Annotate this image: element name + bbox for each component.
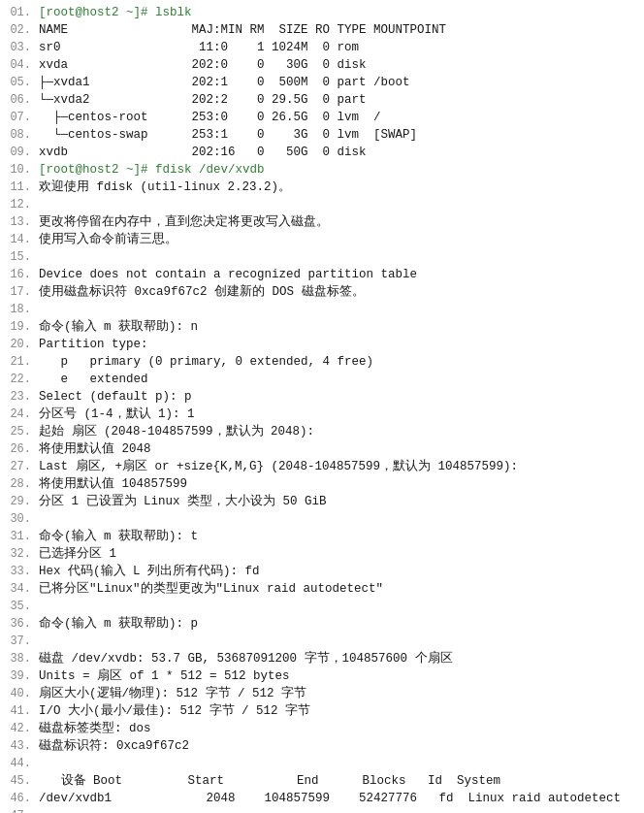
terminal-line: 15. (0, 248, 644, 266)
line-text: I/O 大小(最小/最佳): 512 字节 / 512 字节 (39, 702, 310, 720)
line-text: 使用写入命令前请三思。 (39, 231, 177, 248)
line-text: 分区号 (1-4，默认 1): 1 (39, 406, 195, 423)
line-number: 05. (8, 74, 39, 91)
line-number: 34. (8, 580, 39, 598)
terminal-line: 09.xvdb 202:16 0 50G 0 disk (0, 144, 644, 161)
line-number: 17. (8, 283, 39, 301)
line-text: 分区 1 已设置为 Linux 类型，大小设为 50 GiB (39, 493, 327, 510)
line-number: 10. (8, 161, 39, 179)
line-number: 33. (8, 563, 39, 580)
terminal-line: 18. (0, 301, 644, 318)
line-number: 44. (8, 755, 39, 772)
line-text: /dev/xvdb1 2048 104857599 52427776 fd Li… (39, 790, 621, 807)
line-text: 起始 扇区 (2048-104857599，默认为 2048): (39, 423, 314, 440)
line-text: [root@host2 ~]# fdisk /dev/xvdb (39, 161, 265, 179)
line-number: 12. (8, 196, 39, 213)
line-text: 扇区大小(逻辑/物理): 512 字节 / 512 字节 (39, 685, 306, 702)
line-number: 20. (8, 336, 39, 353)
terminal-line: 05.├─xvda1 202:1 0 500M 0 part /boot (0, 74, 644, 91)
line-number: 25. (8, 423, 39, 440)
terminal-line: 23.Select (default p): p (0, 388, 644, 406)
terminal-line: 43.磁盘标识符: 0xca9f67c2 (0, 737, 644, 755)
line-number: 16. (8, 266, 39, 283)
line-text: [root@host2 ~]# lsblk (39, 4, 192, 21)
line-text: 命令(输入 m 获取帮助): t (39, 528, 198, 545)
line-number: 15. (8, 248, 39, 266)
terminal-line: 41.I/O 大小(最小/最佳): 512 字节 / 512 字节 (0, 702, 644, 720)
line-number: 23. (8, 388, 39, 406)
line-number: 30. (8, 510, 39, 528)
terminal-line: 29.分区 1 已设置为 Linux 类型，大小设为 50 GiB (0, 493, 644, 510)
terminal-line: 01.[root@host2 ~]# lsblk (0, 4, 644, 21)
line-number: 14. (8, 231, 39, 248)
line-number: 21. (8, 353, 39, 371)
terminal-line: 21. p primary (0 primary, 0 extended, 4 … (0, 353, 644, 371)
line-text: 使用磁盘标识符 0xca9f67c2 创建新的 DOS 磁盘标签。 (39, 283, 365, 301)
terminal-line: 37. (0, 633, 644, 650)
line-text: 磁盘标签类型: dos (39, 720, 151, 737)
line-number: 35. (8, 598, 39, 615)
line-number: 18. (8, 301, 39, 318)
line-text: 已选择分区 1 (39, 545, 116, 563)
terminal-line: 24.分区号 (1-4，默认 1): 1 (0, 406, 644, 423)
terminal-line: 07. ├─centos-root 253:0 0 26.5G 0 lvm / (0, 109, 644, 126)
line-number: 01. (8, 4, 39, 21)
line-text: 更改将停留在内存中，直到您决定将更改写入磁盘。 (39, 213, 329, 231)
line-number: 41. (8, 702, 39, 720)
line-text: e extended (39, 371, 148, 388)
terminal-line: 13.更改将停留在内存中，直到您决定将更改写入磁盘。 (0, 213, 644, 231)
line-number: 37. (8, 633, 39, 650)
line-text: Device does not contain a recognized par… (39, 266, 417, 283)
line-number: 09. (8, 144, 39, 161)
terminal-line: 47. (0, 807, 644, 813)
line-number: 32. (8, 545, 39, 563)
line-text: Units = 扇区 of 1 * 512 = 512 bytes (39, 667, 290, 685)
line-text: 欢迎使用 fdisk (util-linux 2.23.2)。 (39, 179, 291, 196)
terminal-line: 38.磁盘 /dev/xvdb: 53.7 GB, 53687091200 字节… (0, 650, 644, 667)
terminal-line: 36.命令(输入 m 获取帮助): p (0, 615, 644, 633)
terminal-line: 14.使用写入命令前请三思。 (0, 231, 644, 248)
line-text: 命令(输入 m 获取帮助): p (39, 615, 198, 633)
terminal-line: 26.将使用默认值 2048 (0, 440, 644, 458)
terminal-line: 30. (0, 510, 644, 528)
line-number: 02. (8, 21, 39, 39)
line-number: 43. (8, 737, 39, 755)
line-text: Select (default p): p (39, 388, 192, 406)
terminal-line: 02.NAME MAJ:MIN RM SIZE RO TYPE MOUNTPOI… (0, 21, 644, 39)
line-number: 07. (8, 109, 39, 126)
line-text: ├─xvda1 202:1 0 500M 0 part /boot (39, 74, 410, 91)
terminal-line: 03.sr0 11:0 1 1024M 0 rom (0, 39, 644, 56)
line-text: 将使用默认值 104857599 (39, 475, 187, 493)
line-text: p primary (0 primary, 0 extended, 4 free… (39, 353, 373, 371)
line-text: xvdb 202:16 0 50G 0 disk (39, 144, 367, 161)
line-number: 38. (8, 650, 39, 667)
line-number: 13. (8, 213, 39, 231)
terminal-line: 27.Last 扇区, +扇区 or +size{K,M,G} (2048-10… (0, 458, 644, 475)
line-text: Partition type: (39, 336, 148, 353)
line-text: sr0 11:0 1 1024M 0 rom (39, 39, 359, 56)
line-number: 40. (8, 685, 39, 702)
line-number: 26. (8, 440, 39, 458)
line-text: Hex 代码(输入 L 列出所有代码): fd (39, 563, 260, 580)
line-text: └─xvda2 202:2 0 29.5G 0 part (39, 91, 367, 109)
terminal-line: 19.命令(输入 m 获取帮助): n (0, 318, 644, 336)
line-number: 27. (8, 458, 39, 475)
terminal-line: 32.已选择分区 1 (0, 545, 644, 563)
terminal-line: 39.Units = 扇区 of 1 * 512 = 512 bytes (0, 667, 644, 685)
terminal-line: 22. e extended (0, 371, 644, 388)
line-number: 39. (8, 667, 39, 685)
line-number: 08. (8, 126, 39, 144)
terminal-line: 40.扇区大小(逻辑/物理): 512 字节 / 512 字节 (0, 685, 644, 702)
terminal-line: 25.起始 扇区 (2048-104857599，默认为 2048): (0, 423, 644, 440)
terminal-line: 34.已将分区"Linux"的类型更改为"Linux raid autodete… (0, 580, 644, 598)
terminal-line: 45. 设备 Boot Start End Blocks Id System (0, 772, 644, 790)
line-number: 11. (8, 179, 39, 196)
terminal-window: 01.[root@host2 ~]# lsblk02.NAME MAJ:MIN … (0, 0, 644, 813)
line-number: 29. (8, 493, 39, 510)
terminal-line: 06.└─xvda2 202:2 0 29.5G 0 part (0, 91, 644, 109)
line-number: 03. (8, 39, 39, 56)
terminal-line: 12. (0, 196, 644, 213)
line-text: └─centos-swap 253:1 0 3G 0 lvm [SWAP] (39, 126, 417, 144)
line-text: 将使用默认值 2048 (39, 440, 151, 458)
line-number: 47. (8, 807, 39, 813)
